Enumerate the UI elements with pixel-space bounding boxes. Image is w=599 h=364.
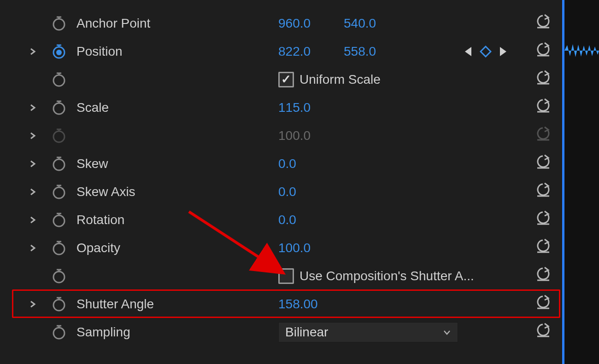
svg-point-40 (53, 272, 65, 283)
reset-icon[interactable] (534, 153, 552, 174)
row-scale-secondary: 100.0 (0, 121, 562, 150)
expand-chevron-icon[interactable] (29, 47, 37, 56)
checkbox-label: Uniform Scale (300, 72, 381, 87)
scale-secondary-value: 100.0 (278, 128, 311, 143)
svg-point-48 (53, 328, 65, 339)
chevron-down-icon (443, 325, 451, 340)
property-label: Scale (76, 100, 109, 115)
reset-icon[interactable] (534, 322, 552, 342)
skew-value[interactable]: 0.0 (278, 156, 296, 171)
stopwatch-icon[interactable] (51, 268, 67, 284)
row-uniform-scale: Uniform Scale (0, 65, 562, 93)
svg-point-12 (53, 75, 65, 86)
row-scale: Scale 115.0 (0, 93, 562, 121)
property-label: Anchor Point (76, 16, 150, 31)
stopwatch-icon[interactable] (51, 324, 67, 341)
row-anchor-point: Anchor Point 960.0 540.0 (0, 9, 562, 37)
reset-icon[interactable] (534, 209, 552, 230)
svg-point-20 (53, 131, 65, 142)
reset-icon[interactable] (534, 294, 552, 314)
rotation-value[interactable]: 0.0 (278, 213, 296, 227)
timeline-strip (562, 0, 599, 364)
stopwatch-icon (51, 127, 67, 144)
sampling-select[interactable]: Bilinear (278, 322, 458, 342)
use-comp-shutter-checkbox[interactable] (278, 268, 294, 284)
expand-chevron-icon[interactable] (29, 300, 37, 308)
svg-marker-10 (500, 47, 506, 56)
svg-point-16 (53, 103, 65, 114)
property-label: Opacity (76, 241, 120, 255)
svg-point-44 (53, 300, 65, 311)
reset-icon[interactable] (534, 266, 552, 286)
property-label: Shutter Angle (76, 297, 154, 312)
property-label: Sampling (76, 325, 130, 340)
svg-point-0 (53, 19, 65, 30)
row-skew: Skew 0.0 (0, 150, 562, 178)
row-sampling: Sampling Bilinear (0, 318, 562, 346)
effect-controls-panel: Anchor Point 960.0 540.0 Position 822.0 … (0, 0, 562, 364)
row-rotation: Rotation 0.0 (0, 206, 562, 234)
reset-icon[interactable] (534, 69, 552, 90)
prev-keyframe-icon[interactable] (463, 46, 473, 58)
keyframe-diamond-icon[interactable] (480, 46, 492, 58)
keyframe-navigator (463, 46, 508, 58)
select-value: Bilinear (285, 325, 328, 340)
row-skew-axis: Skew Axis 0.0 (0, 178, 562, 206)
anchor-x-value[interactable]: 960.0 (278, 16, 311, 31)
anchor-y-value[interactable]: 540.0 (344, 16, 376, 31)
reset-icon[interactable] (534, 181, 552, 202)
stopwatch-icon[interactable] (51, 296, 67, 312)
stopwatch-icon[interactable] (51, 43, 67, 60)
reset-icon[interactable] (534, 237, 552, 258)
svg-marker-9 (481, 46, 491, 57)
reset-icon[interactable] (534, 97, 552, 118)
reset-icon[interactable] (534, 13, 552, 34)
stopwatch-icon[interactable] (51, 212, 67, 228)
expand-chevron-icon[interactable] (29, 244, 37, 252)
opacity-value[interactable]: 100.0 (278, 241, 311, 255)
property-label: Rotation (76, 213, 124, 227)
svg-marker-8 (465, 47, 471, 56)
expand-chevron-icon[interactable] (29, 132, 37, 140)
reset-icon (534, 125, 552, 146)
uniform-scale-checkbox[interactable] (278, 72, 294, 87)
stopwatch-icon[interactable] (51, 240, 67, 256)
row-shutter-angle: Shutter Angle 158.00 (0, 290, 562, 318)
expand-chevron-icon[interactable] (29, 216, 37, 224)
stopwatch-icon[interactable] (51, 15, 67, 32)
svg-point-5 (56, 50, 62, 55)
svg-point-36 (53, 243, 65, 254)
checkbox-label: Use Composition's Shutter A... (300, 269, 474, 283)
shutter-angle-value[interactable]: 158.00 (278, 297, 318, 312)
row-position: Position 822.0 558.0 (0, 37, 562, 65)
svg-point-32 (53, 215, 65, 226)
stopwatch-icon[interactable] (51, 99, 67, 116)
position-y-value[interactable]: 558.0 (344, 44, 376, 59)
property-label: Skew (76, 156, 108, 171)
property-label: Position (76, 44, 123, 59)
row-opacity: Opacity 100.0 (0, 234, 562, 262)
row-use-comp-shutter: Use Composition's Shutter A... (0, 262, 562, 290)
expand-chevron-icon[interactable] (29, 160, 37, 168)
reset-icon[interactable] (534, 41, 552, 62)
scale-value[interactable]: 115.0 (278, 100, 311, 115)
stopwatch-icon[interactable] (51, 184, 67, 200)
svg-point-24 (53, 159, 65, 170)
property-label: Skew Axis (76, 185, 135, 199)
stopwatch-icon[interactable] (51, 156, 67, 172)
skew-axis-value[interactable]: 0.0 (278, 185, 296, 199)
expand-chevron-icon[interactable] (29, 188, 37, 196)
next-keyframe-icon[interactable] (498, 46, 508, 58)
position-x-value[interactable]: 822.0 (278, 44, 311, 59)
expand-chevron-icon[interactable] (29, 104, 37, 112)
svg-point-28 (53, 187, 65, 198)
stopwatch-icon[interactable] (51, 71, 67, 88)
